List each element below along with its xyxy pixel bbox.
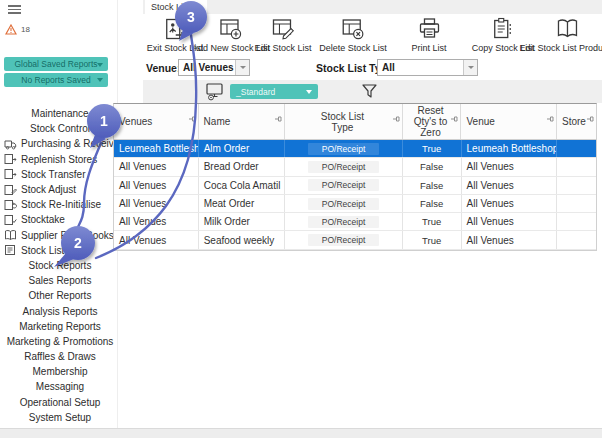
sidebar-item-stock-reinitialise[interactable]: Stock Re-Initialise bbox=[0, 197, 120, 212]
sidebar-item-stock-adjust[interactable]: Stock Adjust bbox=[0, 182, 120, 197]
chevron-down-icon bbox=[306, 90, 312, 94]
chevron-down-icon[interactable] bbox=[463, 60, 477, 75]
sidebar-item-marketing-promotions[interactable]: Marketing & Promotions bbox=[0, 334, 120, 349]
edit-stock-list-products-button[interactable]: Edit Stock List Products bbox=[519, 16, 602, 53]
column-header-stock-list-type[interactable]: Stock List Type bbox=[285, 104, 402, 139]
stock-list-grid: Venues Name Stock List Type Reset Qty's … bbox=[113, 103, 597, 251]
warning-icon bbox=[5, 24, 17, 35]
sidebar-item-supplier-price-books[interactable]: Supplier Price Books bbox=[0, 228, 120, 243]
table-row[interactable]: All Venues Coca Cola Amatil PO/Receipt F… bbox=[114, 177, 596, 195]
sidebar-item-raffles-draws[interactable]: Raffles & Draws bbox=[0, 349, 120, 364]
filter-row: Venue: All Venues Stock List Type: All bbox=[143, 56, 602, 80]
sidebar-item-purchasing-receiving[interactable]: Purchasing & Receiving bbox=[0, 136, 120, 151]
book-icon bbox=[554, 16, 580, 42]
sidebar-item-system-setup[interactable]: System Setup bbox=[0, 410, 120, 425]
sidebar-item-stock-control[interactable]: Stock Control bbox=[0, 121, 120, 136]
column-header-name[interactable]: Name bbox=[199, 104, 286, 139]
column-header-venue[interactable]: Venue bbox=[461, 104, 557, 139]
pin-icon[interactable] bbox=[392, 116, 400, 128]
tab-stock-list[interactable]: Stock List × bbox=[145, 0, 207, 14]
column-header-venues[interactable]: Venues bbox=[114, 104, 199, 139]
global-saved-reports-dropdown[interactable]: Global Saved Reports bbox=[4, 57, 108, 71]
sidebar-item-marketing-reports[interactable]: Marketing Reports bbox=[0, 319, 120, 334]
pin-icon[interactable] bbox=[450, 116, 458, 128]
sidebar-item-operational-setup[interactable]: Operational Setup bbox=[0, 395, 120, 410]
table-row[interactable]: All Venues Milk Order PO/Receipt True Al… bbox=[114, 213, 596, 231]
tab-label: Stock List bbox=[151, 2, 190, 12]
column-header-reset-qtys[interactable]: Reset Qty's to Zero bbox=[403, 104, 462, 139]
warning-count: 18 bbox=[21, 25, 30, 34]
toolbar: Exit Stock List Add New Stock List Edit … bbox=[143, 14, 602, 56]
sidebar-item-stock-transfer[interactable]: Stock Transfer bbox=[0, 167, 120, 182]
exit-icon bbox=[162, 16, 188, 42]
sidebar-menu: Maintenance Stock Control Purchasing & R… bbox=[0, 106, 120, 425]
sidebar-item-stocktake[interactable]: Stocktake bbox=[0, 212, 120, 227]
book-icon bbox=[4, 229, 17, 241]
sidebar-item-stock-reports[interactable]: Stock Reports bbox=[0, 258, 120, 273]
print-icon bbox=[416, 16, 442, 42]
sidebar-item-sales-reports[interactable]: Sales Reports bbox=[0, 273, 120, 288]
warning-indicator[interactable]: 18 bbox=[5, 24, 30, 35]
pin-icon[interactable] bbox=[188, 116, 196, 128]
table-row[interactable]: All Venues Meat Order PO/Receipt False A… bbox=[114, 195, 596, 213]
tab-strip: Stock List × bbox=[143, 0, 602, 14]
pin-icon[interactable] bbox=[586, 116, 594, 128]
table-row[interactable]: All Venues Seafood weekly PO/Receipt Tru… bbox=[114, 231, 596, 249]
filter-funnel-icon[interactable] bbox=[361, 83, 378, 104]
layout-view-icon[interactable] bbox=[206, 83, 225, 105]
sidebar-item-messaging[interactable]: Messaging bbox=[0, 379, 120, 394]
sidebar-item-stock-list[interactable]: Stock List bbox=[0, 243, 120, 258]
sidebar-item-other-reports[interactable]: Other Reports bbox=[0, 288, 120, 303]
sidebar-item-maintenance[interactable]: Maintenance bbox=[0, 106, 120, 121]
table-row[interactable]: Leumeah Bottleshop Alm Order PO/Receipt … bbox=[114, 140, 596, 158]
add-icon bbox=[218, 16, 244, 42]
edit-icon bbox=[270, 16, 296, 42]
box-check-icon bbox=[4, 214, 17, 226]
layout-bar: _Standard bbox=[143, 80, 602, 103]
status-bar bbox=[0, 428, 602, 438]
chevron-down-icon[interactable] bbox=[235, 60, 249, 75]
box-arrow-icon bbox=[4, 153, 17, 165]
truck-icon bbox=[4, 138, 17, 150]
sidebar-item-analysis-reports[interactable]: Analysis Reports bbox=[0, 303, 120, 318]
grid-header-row: Venues Name Stock List Type Reset Qty's … bbox=[114, 104, 596, 140]
sidebar-item-membership[interactable]: Membership bbox=[0, 364, 120, 379]
edit-stock-list-button[interactable]: Edit Stock List bbox=[254, 16, 311, 53]
no-reports-saved-dropdown[interactable]: No Reports Saved bbox=[4, 73, 108, 87]
chevron-down-icon bbox=[97, 78, 103, 82]
box-edit-icon bbox=[4, 184, 17, 196]
box-arrow-icon bbox=[4, 168, 17, 180]
layout-preset-dropdown[interactable]: _Standard bbox=[230, 84, 318, 99]
sidebar: 18 Global Saved Reports No Reports Saved… bbox=[0, 0, 118, 428]
sidebar-item-replenish-stores[interactable]: Replenish Stores bbox=[0, 152, 120, 167]
hamburger-menu-icon[interactable] bbox=[8, 5, 21, 15]
venue-dropdown[interactable]: All Venues bbox=[178, 59, 250, 76]
delete-icon bbox=[340, 16, 366, 42]
pin-icon[interactable] bbox=[274, 116, 282, 128]
column-header-store[interactable]: Store bbox=[557, 104, 596, 139]
venue-filter-label: Venue: bbox=[146, 62, 180, 74]
print-list-button[interactable]: Print List bbox=[411, 16, 446, 53]
box-refresh-icon bbox=[4, 199, 17, 211]
chevron-down-icon bbox=[97, 63, 103, 67]
stock-list-type-dropdown[interactable]: All bbox=[377, 59, 478, 76]
copy-icon bbox=[490, 16, 516, 42]
list-icon bbox=[4, 244, 17, 256]
tab-close-icon[interactable]: × bbox=[196, 3, 201, 12]
pin-icon[interactable] bbox=[546, 116, 554, 128]
table-row[interactable]: All Venues Bread Order PO/Receipt False … bbox=[114, 158, 596, 176]
delete-stock-list-button[interactable]: Delete Stock List bbox=[319, 16, 387, 53]
